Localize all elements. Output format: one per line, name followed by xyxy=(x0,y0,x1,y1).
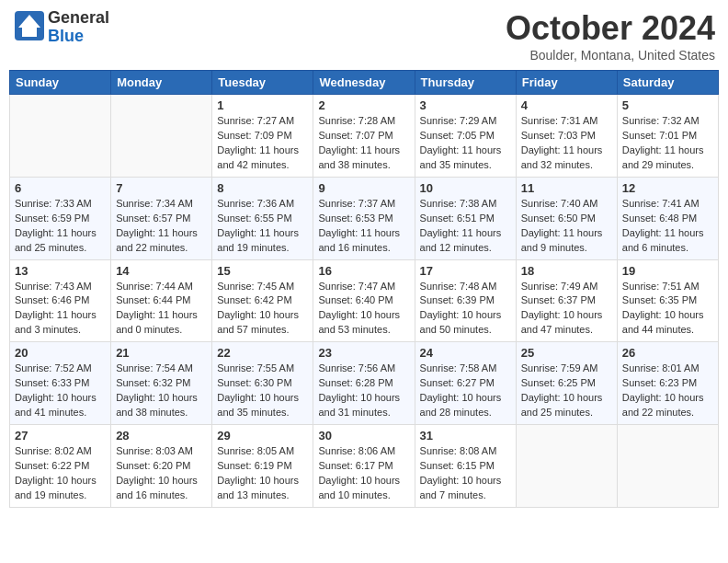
calendar-week-row: 13Sunrise: 7:43 AMSunset: 6:46 PMDayligh… xyxy=(10,259,719,342)
calendar-header-row: SundayMondayTuesdayWednesdayThursdayFrid… xyxy=(10,71,719,95)
day-details: Sunrise: 7:59 AMSunset: 6:25 PMDaylight:… xyxy=(521,362,612,420)
calendar-cell: 24Sunrise: 7:58 AMSunset: 6:27 PMDayligh… xyxy=(415,342,516,425)
column-header-sunday: Sunday xyxy=(10,71,111,95)
day-details: Sunrise: 8:03 AMSunset: 6:20 PMDaylight:… xyxy=(116,444,207,503)
day-details: Sunrise: 7:56 AMSunset: 6:28 PMDaylight:… xyxy=(318,362,409,420)
day-details: Sunrise: 7:37 AMSunset: 6:53 PMDaylight:… xyxy=(318,197,409,256)
day-details: Sunrise: 7:34 AMSunset: 6:57 PMDaylight:… xyxy=(116,197,207,256)
calendar-cell xyxy=(111,95,212,178)
calendar-cell: 5Sunrise: 7:32 AMSunset: 7:01 PMDaylight… xyxy=(617,95,718,178)
calendar-week-row: 6Sunrise: 7:33 AMSunset: 6:59 PMDaylight… xyxy=(10,177,719,259)
day-number: 19 xyxy=(622,264,713,278)
day-number: 24 xyxy=(420,346,511,360)
logo-general: General xyxy=(48,8,109,27)
day-number: 8 xyxy=(217,181,308,195)
day-number: 15 xyxy=(217,264,308,278)
day-number: 2 xyxy=(318,98,409,112)
day-number: 31 xyxy=(420,429,511,442)
day-details: Sunrise: 8:08 AMSunset: 6:15 PMDaylight:… xyxy=(420,444,511,503)
calendar-cell: 14Sunrise: 7:44 AMSunset: 6:44 PMDayligh… xyxy=(111,259,212,342)
day-number: 5 xyxy=(622,98,713,112)
calendar-cell xyxy=(617,425,718,508)
calendar-table: SundayMondayTuesdayWednesdayThursdayFrid… xyxy=(9,70,719,508)
calendar-cell: 13Sunrise: 7:43 AMSunset: 6:46 PMDayligh… xyxy=(10,259,111,342)
day-details: Sunrise: 7:54 AMSunset: 6:32 PMDaylight:… xyxy=(116,362,207,420)
day-details: Sunrise: 7:43 AMSunset: 6:46 PMDaylight:… xyxy=(15,280,106,339)
calendar-cell: 25Sunrise: 7:59 AMSunset: 6:25 PMDayligh… xyxy=(516,342,617,425)
day-number: 22 xyxy=(217,346,308,360)
calendar-cell: 3Sunrise: 7:29 AMSunset: 7:05 PMDaylight… xyxy=(415,95,516,178)
day-number: 10 xyxy=(420,181,511,195)
calendar-cell: 12Sunrise: 7:41 AMSunset: 6:48 PMDayligh… xyxy=(617,177,718,259)
day-number: 20 xyxy=(15,346,106,360)
day-details: Sunrise: 7:47 AMSunset: 6:40 PMDaylight:… xyxy=(318,280,409,339)
day-number: 16 xyxy=(318,264,409,278)
day-number: 4 xyxy=(521,98,612,112)
calendar-cell: 18Sunrise: 7:49 AMSunset: 6:37 PMDayligh… xyxy=(516,259,617,342)
calendar-week-row: 27Sunrise: 8:02 AMSunset: 6:22 PMDayligh… xyxy=(10,425,719,508)
day-details: Sunrise: 7:31 AMSunset: 7:03 PMDaylight:… xyxy=(521,114,612,173)
day-details: Sunrise: 8:02 AMSunset: 6:22 PMDaylight:… xyxy=(15,444,106,503)
column-header-tuesday: Tuesday xyxy=(212,71,313,95)
day-details: Sunrise: 7:36 AMSunset: 6:55 PMDaylight:… xyxy=(217,197,308,256)
calendar-cell: 2Sunrise: 7:28 AMSunset: 7:07 PMDaylight… xyxy=(313,95,415,178)
day-number: 12 xyxy=(622,181,713,195)
title-block: October 2024 Boulder, Montana, United St… xyxy=(506,9,715,63)
calendar-cell: 8Sunrise: 7:36 AMSunset: 6:55 PMDaylight… xyxy=(212,177,313,259)
column-header-thursday: Thursday xyxy=(415,71,516,95)
page-header: General Blue October 2024 Boulder, Monta… xyxy=(9,9,719,63)
day-details: Sunrise: 7:29 AMSunset: 7:05 PMDaylight:… xyxy=(420,114,511,173)
day-details: Sunrise: 7:40 AMSunset: 6:50 PMDaylight:… xyxy=(521,197,612,256)
calendar-week-row: 20Sunrise: 7:52 AMSunset: 6:33 PMDayligh… xyxy=(10,342,719,425)
day-number: 7 xyxy=(116,181,207,195)
calendar-cell: 7Sunrise: 7:34 AMSunset: 6:57 PMDaylight… xyxy=(111,177,212,259)
day-details: Sunrise: 7:48 AMSunset: 6:39 PMDaylight:… xyxy=(420,280,511,339)
calendar-cell: 30Sunrise: 8:06 AMSunset: 6:17 PMDayligh… xyxy=(313,425,415,508)
calendar-cell: 28Sunrise: 8:03 AMSunset: 6:20 PMDayligh… xyxy=(111,425,212,508)
day-details: Sunrise: 7:32 AMSunset: 7:01 PMDaylight:… xyxy=(622,114,713,173)
day-details: Sunrise: 7:27 AMSunset: 7:09 PMDaylight:… xyxy=(217,114,308,173)
day-details: Sunrise: 8:01 AMSunset: 6:23 PMDaylight:… xyxy=(622,362,713,420)
calendar-cell: 27Sunrise: 8:02 AMSunset: 6:22 PMDayligh… xyxy=(10,425,111,508)
calendar-cell: 29Sunrise: 8:05 AMSunset: 6:19 PMDayligh… xyxy=(212,425,313,508)
logo: General Blue xyxy=(13,9,109,46)
column-header-saturday: Saturday xyxy=(617,71,718,95)
day-details: Sunrise: 7:44 AMSunset: 6:44 PMDaylight:… xyxy=(116,280,207,339)
calendar-cell: 9Sunrise: 7:37 AMSunset: 6:53 PMDaylight… xyxy=(313,177,415,259)
day-details: Sunrise: 7:49 AMSunset: 6:37 PMDaylight:… xyxy=(521,280,612,339)
column-header-monday: Monday xyxy=(111,71,212,95)
day-number: 25 xyxy=(521,346,612,360)
day-details: Sunrise: 8:05 AMSunset: 6:19 PMDaylight:… xyxy=(217,444,308,503)
day-number: 14 xyxy=(116,264,207,278)
logo-graphic xyxy=(13,9,46,46)
day-number: 17 xyxy=(420,264,511,278)
day-details: Sunrise: 7:33 AMSunset: 6:59 PMDaylight:… xyxy=(15,197,106,256)
day-number: 1 xyxy=(217,98,308,112)
calendar-cell: 23Sunrise: 7:56 AMSunset: 6:28 PMDayligh… xyxy=(313,342,415,425)
calendar-cell: 16Sunrise: 7:47 AMSunset: 6:40 PMDayligh… xyxy=(313,259,415,342)
day-number: 18 xyxy=(521,264,612,278)
day-number: 26 xyxy=(622,346,713,360)
day-number: 28 xyxy=(116,429,207,442)
day-number: 23 xyxy=(318,346,409,360)
day-details: Sunrise: 7:51 AMSunset: 6:35 PMDaylight:… xyxy=(622,280,713,339)
column-header-wednesday: Wednesday xyxy=(313,71,415,95)
calendar-cell xyxy=(516,425,617,508)
day-number: 29 xyxy=(217,429,308,442)
day-number: 30 xyxy=(318,429,409,442)
calendar-week-row: 1Sunrise: 7:27 AMSunset: 7:09 PMDaylight… xyxy=(10,95,719,178)
day-details: Sunrise: 7:52 AMSunset: 6:33 PMDaylight:… xyxy=(15,362,106,420)
calendar-cell: 31Sunrise: 8:08 AMSunset: 6:15 PMDayligh… xyxy=(415,425,516,508)
day-details: Sunrise: 7:58 AMSunset: 6:27 PMDaylight:… xyxy=(420,362,511,420)
month-title: October 2024 xyxy=(506,9,715,48)
day-details: Sunrise: 8:06 AMSunset: 6:17 PMDaylight:… xyxy=(318,444,409,503)
calendar-cell xyxy=(10,95,111,178)
calendar-cell: 10Sunrise: 7:38 AMSunset: 6:51 PMDayligh… xyxy=(415,177,516,259)
day-number: 13 xyxy=(15,264,106,278)
calendar-cell: 19Sunrise: 7:51 AMSunset: 6:35 PMDayligh… xyxy=(617,259,718,342)
calendar-cell: 22Sunrise: 7:55 AMSunset: 6:30 PMDayligh… xyxy=(212,342,313,425)
day-number: 6 xyxy=(15,181,106,195)
svg-rect-2 xyxy=(22,28,37,37)
location-subtitle: Boulder, Montana, United States xyxy=(506,48,715,63)
day-number: 9 xyxy=(318,181,409,195)
